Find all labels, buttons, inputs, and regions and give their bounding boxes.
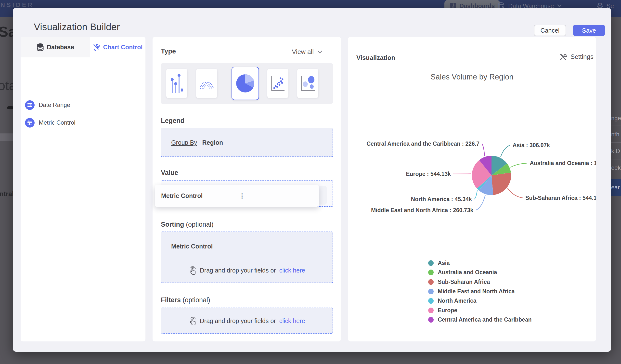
click-here-link[interactable]: click here	[279, 317, 305, 325]
left-panel: Database Chart Control Date Range	[21, 37, 145, 341]
cancel-button[interactable]: Cancel	[534, 25, 566, 36]
pie-leader-line	[500, 145, 510, 157]
legend-dot	[428, 317, 434, 323]
legend-label: Middle East and North Africa	[438, 288, 515, 295]
pie-chart-icon	[236, 74, 255, 93]
legend-dot	[428, 308, 434, 313]
pie-label-2: Sub-Saharan Africa : 544.13k	[525, 195, 596, 201]
view-all-dropdown[interactable]: View all	[292, 48, 341, 56]
group-by-row: Group By Region	[171, 139, 223, 146]
bg-band	[0, 133, 13, 141]
legend-label: Central America and the Caribbean	[438, 316, 532, 323]
legend-dot	[428, 298, 434, 304]
tune-icon	[25, 100, 34, 110]
tab-chart-control[interactable]: Chart Control	[90, 37, 145, 57]
pie-label-4: North America : 45.34k	[411, 196, 472, 203]
legend-item-1[interactable]: Australia and Oceania	[428, 268, 532, 277]
lollipop-chart-icon	[171, 73, 183, 94]
filters-dropzone-hint: Drag and drop your fields or click here	[161, 316, 333, 325]
legend-label: Asia	[438, 260, 450, 266]
chart-type-lollipop[interactable]	[166, 69, 187, 98]
group-by-value: Region	[202, 139, 223, 146]
pie-slice-2[interactable]	[492, 173, 511, 195]
visualization-builder-modal: Visualization Builder Cancel Save Databa…	[13, 8, 611, 352]
divider	[611, 126, 621, 126]
sidebar-item-metric-control[interactable]: Metric Control	[25, 116, 138, 130]
pie-label-3: Middle East and North Africa : 260.73k	[371, 207, 473, 214]
pie-label-6: Central America and the Caribbean : 226.…	[366, 140, 480, 147]
tap-hand-icon	[189, 266, 196, 275]
modal-title: Visualization Builder	[34, 22, 120, 32]
app-logo: NSIDER	[0, 1, 34, 9]
bg-fragment-central: ntral	[0, 190, 14, 198]
legend-item-0[interactable]: Asia	[428, 258, 532, 268]
chart-type-pie-selected[interactable]	[232, 67, 259, 100]
legend-item-5[interactable]: Europe	[428, 306, 532, 315]
chart-title: Sales Volume by Region	[348, 73, 596, 81]
legend-label: North America	[438, 297, 477, 304]
divider	[611, 142, 621, 143]
bubble-chart-icon	[300, 75, 315, 91]
pie-leader-line	[476, 195, 485, 210]
legend-label: Europe	[438, 307, 457, 314]
arc-dot-chart-icon	[199, 78, 215, 89]
database-icon	[36, 43, 44, 51]
legend-item-4[interactable]: North America	[428, 296, 532, 306]
scatter-plot-icon	[271, 75, 285, 91]
tab-database-label: Database	[47, 44, 74, 51]
sorting-dropzone-hint: Drag and drop your fields or click here	[161, 266, 333, 275]
pie-leader-line	[508, 188, 523, 198]
legend-item-2[interactable]: Sub-Saharan Africa	[428, 277, 532, 287]
kebab-menu-icon[interactable]: ⋮	[239, 193, 311, 199]
tap-hand-icon	[189, 316, 196, 325]
legend-dot	[428, 260, 434, 266]
legend-dot	[428, 270, 434, 275]
bg-menu-item-month: nth	[611, 131, 621, 138]
click-here-link[interactable]: click here	[279, 267, 305, 274]
tune-icon	[25, 118, 34, 128]
pie-label-1: Australia and Oceania : 170.04k	[530, 160, 596, 167]
chevron-down-icon	[317, 50, 323, 54]
visualization-panel-title: Visualization	[356, 54, 395, 62]
pie-label-5: Europe : 544.13k	[406, 171, 451, 177]
legend-label: Australia and Oceania	[438, 269, 497, 276]
legend-section-title: Legend	[161, 117, 184, 125]
sidebar-item-label: Date Range	[39, 102, 70, 108]
divider	[611, 159, 621, 159]
group-by-link[interactable]: Group By	[171, 139, 197, 146]
bg-menu-item-range: nge	[611, 115, 621, 122]
divider	[611, 176, 621, 176]
filters-section-title: Filters (optional)	[161, 296, 210, 304]
bg-menu-item-year: ear	[611, 184, 621, 191]
legend-item-3[interactable]: Middle East and North Africa	[428, 287, 532, 296]
sidebar-item-label: Metric Control	[39, 119, 75, 126]
chart-settings-button[interactable]: Settings	[560, 53, 594, 61]
sorting-dropzone[interactable]	[161, 232, 333, 283]
bg-menu-item-week: eek	[611, 164, 621, 171]
legend-item-6[interactable]: Central America and the Caribbean	[428, 315, 532, 325]
chart-type-scatter[interactable]	[267, 69, 288, 98]
legend-dot	[428, 289, 434, 294]
pie-leader-line	[474, 190, 477, 199]
sidebar-item-date-range[interactable]: Date Range	[25, 98, 138, 112]
save-button[interactable]: Save	[573, 25, 605, 36]
value-chip-dragging[interactable]: Metric Control ⋮	[155, 185, 319, 207]
pie-label-0: Asia : 306.07k	[513, 142, 550, 149]
bg-menu-item-weekday: k D	[611, 148, 621, 155]
tools-settings-icon	[560, 53, 567, 61]
chart-type-arc[interactable]	[196, 69, 217, 98]
chart-type-bubble[interactable]	[297, 69, 318, 98]
value-section-title: Value	[161, 169, 178, 177]
tab-chart-control-label: Chart Control	[103, 44, 142, 51]
legend-label: Sub-Saharan Africa	[438, 279, 490, 285]
visualization-panel: Visualization Settings Sales Volume by R…	[348, 37, 596, 341]
tab-database[interactable]: Database	[21, 37, 90, 57]
sorting-chip[interactable]: Metric Control	[171, 243, 213, 250]
chart-legend: AsiaAustralia and OceaniaSub-Saharan Afr…	[428, 258, 532, 325]
chevron-down-icon	[557, 4, 562, 8]
pie-leader-line	[510, 163, 527, 167]
type-section-title: Type	[161, 48, 176, 55]
pie-leader-line	[482, 144, 485, 156]
legend-dot	[428, 279, 434, 285]
chart-type-strip	[161, 63, 333, 104]
